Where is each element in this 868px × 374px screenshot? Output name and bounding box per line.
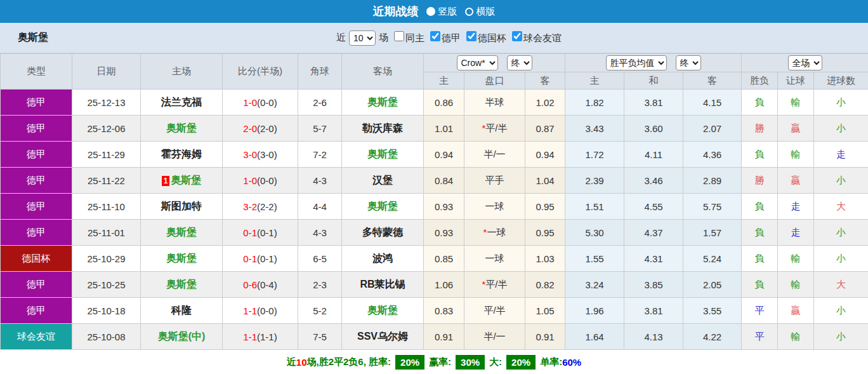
layout-radio-unselected[interactable] [465,8,473,16]
subheader-avg-away: 客 [683,72,742,90]
score: 1-0(0-0) [223,90,298,116]
avg-type-select[interactable]: 胜平负均值 [606,55,667,70]
home-team: 奥斯堡 [141,116,223,142]
avg-away: 3.55 [683,298,742,324]
avg-home: 2.39 [565,168,624,194]
odds-home: 0.91 [424,324,464,350]
away-team: 波鸿 [342,246,424,272]
handicap: 半/一 [464,142,525,168]
result-goals: 大 [814,194,868,220]
filter-checkbox-德国杯[interactable] [466,31,477,41]
table-row: 德甲25-12-06奥斯堡2-0(2-0)5-7勒沃库森1.01*平/半0.87… [1,116,868,142]
match-date: 25-10-18 [72,298,141,324]
col-header-corner: 角球 [298,54,342,90]
rank-badge: 1 [162,176,170,186]
match-date: 25-10-29 [72,246,141,272]
odds-time-select[interactable]: 终 [507,55,532,70]
avg-draw: 3.85 [624,272,683,298]
subheader-handicap-result: 让球 [778,72,814,90]
score: 3-2(2-2) [223,194,298,220]
odds-company-select[interactable]: Crow* [457,55,498,70]
avg-away: 5.75 [683,194,742,220]
col-header-date: 日期 [72,54,141,90]
avg-time-select[interactable]: 终 [676,55,701,70]
subheader-odds-away: 客 [525,72,565,90]
filter-checkbox-同主[interactable] [394,31,404,41]
handicap: *一球 [464,220,525,246]
table-row: 德甲25-12-13法兰克福1-0(0-0)2-6奥斯堡0.86半球1.021.… [1,90,868,116]
handicap: 一球 [464,246,525,272]
recent-count-select[interactable]: 10 [349,30,376,46]
away-team: 奥斯堡 [342,142,424,168]
away-team: SSV乌尔姆 [342,324,424,350]
result-goals: 小 [814,90,868,116]
result-goals: 小 [814,298,868,324]
away-team: 奥斯堡 [342,90,424,116]
odds-home: 0.93 [424,194,464,220]
footer-match-count: 10 [296,357,307,368]
avg-away: 4.15 [683,90,742,116]
competition-filters: 同主德甲德国杯球会友谊 [388,31,562,44]
result-handicap: 輸 [778,324,814,350]
avg-away: 4.36 [683,142,742,168]
match-date: 25-10-08 [72,324,141,350]
footer-near-label: 近 [287,356,296,368]
near-label: 近 [336,32,346,44]
col-header-score: 比分(半场) [223,54,298,90]
col-header-home: 主场 [141,54,223,90]
result-handicap: 輸 [778,90,814,116]
subheader-goals: 进球数 [814,72,868,90]
subheader-odds-home: 主 [424,72,464,90]
score: 2-0(2-0) [223,116,298,142]
score: 0-1(0-1) [223,220,298,246]
filter-checkbox-球会友谊[interactable] [512,31,522,41]
odds-away: 1.04 [525,168,565,194]
avg-away: 4.22 [683,324,742,350]
odds-home: 0.93 [424,220,464,246]
result-handicap: 輸 [778,246,814,272]
avg-away: 1.57 [683,220,742,246]
odds-home: 1.06 [424,272,464,298]
result-goals: 小 [814,116,868,142]
result-wdl: 平 [742,298,778,324]
home-team: 霍芬海姆 [141,142,223,168]
odds-away: 0.94 [525,142,565,168]
home-team: 奥斯堡(中) [141,324,223,350]
big-rate-badge: 20% [506,355,536,370]
result-wdl: 勝 [742,116,778,142]
league-badge: 德甲 [1,168,72,194]
col-header-type: 类型 [1,54,72,90]
league-badge: 德国杯 [1,246,72,272]
match-date: 25-12-06 [72,116,141,142]
odds-home: 0.86 [424,90,464,116]
handicap-star: * [482,279,485,290]
result-wdl: 平 [742,324,778,350]
avg-home: 1.82 [565,90,624,116]
filter-checkbox-德甲[interactable] [430,31,440,41]
odds-away: 1.05 [525,298,565,324]
home-team: 奥斯堡 [141,272,223,298]
handicap-win-label: 赢率: [429,356,451,368]
score: 3-0(3-0) [223,142,298,168]
match-date: 25-10-25 [72,272,141,298]
games-label: 场 [379,32,388,44]
league-badge: 德甲 [1,194,72,220]
league-badge: 德甲 [1,116,72,142]
avg-draw: 3.81 [624,90,683,116]
score: 1-1(0-0) [223,298,298,324]
avg-away: 2.07 [683,116,742,142]
odds-home: 0.84 [424,168,464,194]
avg-draw: 3.81 [624,298,683,324]
layout-radio-label[interactable]: 竖版 [438,6,457,17]
result-goals: 小 [814,168,868,194]
layout-radio-selected[interactable] [426,7,435,16]
scope-select[interactable]: 全场 [788,55,822,70]
table-row: 德甲25-10-18科隆1-1(0-0)5-2奥斯堡0.83平/半1.051.9… [1,298,868,324]
match-date: 25-11-10 [72,194,141,220]
corners: 7-2 [298,142,342,168]
layout-radio-label[interactable]: 横版 [477,6,496,17]
filters: 近 10 场 同主德甲德国杯球会友谊 [336,30,562,46]
handicap: *平/半 [464,116,525,142]
match-date: 25-11-01 [72,220,141,246]
subheader-avg-draw: 和 [624,72,683,90]
